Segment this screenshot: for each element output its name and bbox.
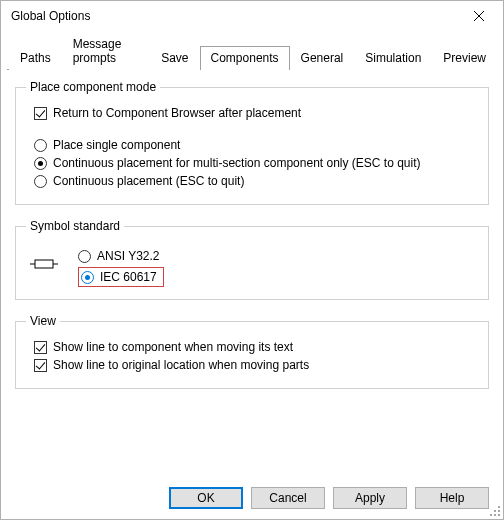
symbol-standard-options: ANSI Y32.2 IEC 60617 [78, 245, 164, 287]
view-legend: View [26, 314, 60, 328]
show-line-text-checkbox[interactable] [34, 341, 47, 354]
continuous-label: Continuous placement (ESC to quit) [53, 174, 244, 188]
global-options-dialog: Global Options Paths Message prompts Sav… [0, 0, 504, 520]
symbol-standard-legend: Symbol standard [26, 219, 124, 233]
iec-highlight: IEC 60617 [78, 267, 164, 287]
resistor-symbol-icon [30, 255, 58, 273]
continuous-row[interactable]: Continuous placement (ESC to quit) [26, 174, 478, 188]
tab-strip: Paths Message prompts Save Components Ge… [7, 31, 497, 70]
return-to-browser-label: Return to Component Browser after placem… [53, 106, 301, 120]
place-component-mode-group: Place component mode Return to Component… [15, 80, 489, 205]
show-line-text-label: Show line to component when moving its t… [53, 340, 293, 354]
tab-general[interactable]: General [290, 46, 355, 70]
iec-radio[interactable] [81, 271, 94, 284]
close-icon [474, 11, 484, 21]
ansi-row[interactable]: ANSI Y32.2 [78, 249, 164, 263]
show-line-parts-row[interactable]: Show line to original location when movi… [26, 358, 478, 372]
place-mode-legend: Place component mode [26, 80, 160, 94]
apply-button[interactable]: Apply [333, 487, 407, 509]
help-button[interactable]: Help [415, 487, 489, 509]
show-line-parts-checkbox[interactable] [34, 359, 47, 372]
symbol-standard-group: Symbol standard ANSI Y32.2 [15, 219, 489, 300]
show-line-parts-label: Show line to original location when movi… [53, 358, 309, 372]
place-single-label: Place single component [53, 138, 180, 152]
iec-label: IEC 60617 [100, 270, 157, 284]
svg-point-9 [494, 514, 496, 516]
tab-paths[interactable]: Paths [9, 46, 62, 70]
tab-preview[interactable]: Preview [432, 46, 497, 70]
iec-row[interactable]: IEC 60617 [81, 270, 157, 284]
continuous-radio[interactable] [34, 175, 47, 188]
svg-point-7 [498, 510, 500, 512]
place-single-row[interactable]: Place single component [26, 138, 478, 152]
continuous-multi-radio[interactable] [34, 157, 47, 170]
window-title: Global Options [11, 9, 90, 23]
return-to-browser-row[interactable]: Return to Component Browser after placem… [26, 106, 478, 120]
tab-content: Place component mode Return to Component… [1, 70, 503, 413]
place-single-radio[interactable] [34, 139, 47, 152]
cancel-button[interactable]: Cancel [251, 487, 325, 509]
show-line-text-row[interactable]: Show line to component when moving its t… [26, 340, 478, 354]
svg-point-10 [498, 514, 500, 516]
tab-message-prompts[interactable]: Message prompts [62, 32, 150, 70]
titlebar: Global Options [1, 1, 503, 31]
return-to-browser-checkbox[interactable] [34, 107, 47, 120]
button-bar: OK Cancel Apply Help [169, 487, 489, 509]
tab-simulation[interactable]: Simulation [354, 46, 432, 70]
svg-point-8 [490, 514, 492, 516]
ansi-radio[interactable] [78, 250, 91, 263]
svg-rect-3 [35, 260, 53, 268]
resize-grip-icon [487, 503, 501, 517]
tab-components[interactable]: Components [200, 46, 290, 70]
svg-point-5 [498, 506, 500, 508]
continuous-multi-row[interactable]: Continuous placement for multi-section c… [26, 156, 478, 170]
ok-button[interactable]: OK [169, 487, 243, 509]
tab-save[interactable]: Save [150, 46, 199, 70]
close-button[interactable] [459, 2, 499, 30]
continuous-multi-label: Continuous placement for multi-section c… [53, 156, 421, 170]
resize-grip[interactable] [487, 503, 501, 517]
ansi-label: ANSI Y32.2 [97, 249, 159, 263]
view-group: View Show line to component when moving … [15, 314, 489, 389]
svg-point-6 [494, 510, 496, 512]
